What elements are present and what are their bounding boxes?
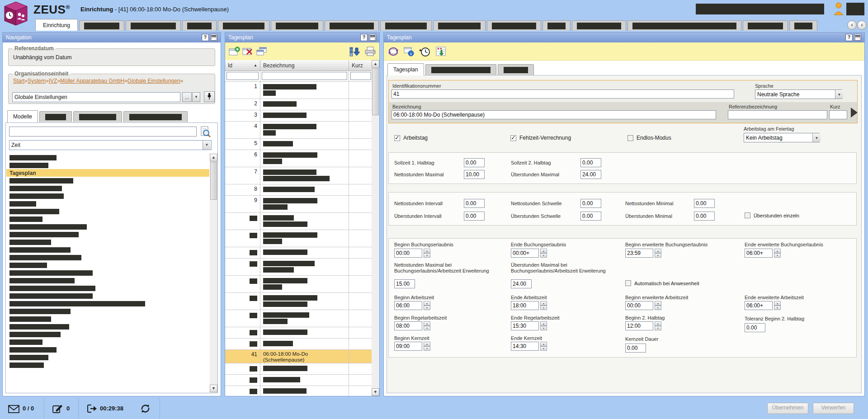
column-header-kurz[interactable]: Kurz: [349, 60, 373, 71]
sprache-select[interactable]: Neutrale Sprache ▼: [755, 89, 842, 99]
list-item[interactable]: [6, 207, 209, 215]
scroll-down-icon[interactable]: ▼: [210, 385, 217, 392]
window-icon[interactable]: [210, 34, 217, 41]
table-row[interactable]: 9: [225, 196, 373, 213]
tab-redacted[interactable]: [627, 20, 741, 31]
tab-modelle[interactable]: Modelle: [7, 110, 38, 122]
table-row[interactable]: [225, 363, 373, 375]
filter-bezeichnung-input[interactable]: [262, 72, 347, 80]
nettostunden-schwelle-input[interactable]: [580, 199, 601, 208]
list-item[interactable]: [6, 330, 209, 338]
nettostunden-minimal-input[interactable]: [694, 199, 715, 208]
spinner[interactable]: ▲▼: [424, 342, 430, 351]
spinner[interactable]: ▲▼: [540, 301, 547, 310]
export-button[interactable]: [348, 45, 362, 57]
list-item-tagesplan-selected[interactable]: Tagesplan: [6, 169, 209, 177]
beginn-erweiterte-arbeitszeit-input[interactable]: [625, 301, 653, 310]
list-item[interactable]: [6, 361, 209, 369]
edit-icon[interactable]: [52, 404, 63, 414]
scroll-down-icon[interactable]: ▼: [372, 388, 379, 396]
discard-button[interactable]: Verwerfen: [813, 403, 854, 414]
ueberstunden-minimal-input[interactable]: [694, 212, 715, 221]
tab-einrichtung[interactable]: Einrichtung: [35, 19, 78, 31]
apply-button[interactable]: Übernehmen: [767, 403, 808, 414]
table-row[interactable]: [225, 276, 373, 293]
list-item[interactable]: [6, 161, 209, 169]
copy-entry-button[interactable]: [255, 45, 269, 57]
chevron-down-icon[interactable]: ▼: [835, 90, 843, 99]
refresh-icon[interactable]: [140, 404, 151, 414]
nettostunden-maximal-input[interactable]: [464, 170, 485, 179]
checkbox-ueberstunden-einzeln[interactable]: Überstunden einzeln: [745, 212, 799, 218]
tab-scroll-left-button[interactable]: ‹: [847, 20, 857, 30]
list-item[interactable]: [6, 215, 209, 223]
checkbox-icon[interactable]: [625, 280, 631, 286]
beginn-kernzeit-input[interactable]: [394, 342, 422, 351]
ende-erweiterte-buchungserlaubnis-input[interactable]: [745, 249, 773, 258]
table-row[interactable]: [225, 375, 373, 386]
tab-redacted[interactable]: [542, 20, 571, 31]
breadcrumb-link[interactable]: Globale Einstellungen: [127, 78, 180, 84]
chevron-down-icon[interactable]: ▼: [203, 141, 211, 150]
transfer-button[interactable]: [387, 45, 400, 57]
list-item[interactable]: [6, 246, 209, 254]
checkbox-icon[interactable]: [627, 135, 633, 141]
logout-timer-icon[interactable]: [87, 404, 98, 413]
scroll-thumb[interactable]: [210, 162, 217, 200]
tab-redacted[interactable]: [433, 20, 486, 31]
help-icon[interactable]: ?: [360, 34, 368, 41]
table-row[interactable]: 8: [225, 184, 373, 196]
kernzeit-dauer-input[interactable]: [625, 344, 646, 353]
orgunit-browse-button[interactable]: ...: [182, 92, 192, 102]
list-item[interactable]: [6, 231, 209, 238]
list-item[interactable]: [6, 200, 209, 207]
sollzeit2-input[interactable]: [580, 158, 601, 167]
table-row[interactable]: [225, 293, 373, 310]
tab-scroll-right-button[interactable]: ›: [857, 20, 867, 30]
new-entry-button[interactable]: [228, 45, 241, 57]
beginn-buchungserlaubnis-input[interactable]: [394, 249, 422, 258]
tab-redacted[interactable]: [487, 20, 541, 31]
list-item[interactable]: [6, 269, 209, 277]
chevron-down-icon[interactable]: ▼: [812, 133, 821, 142]
sollzeit1-input[interactable]: [464, 158, 485, 167]
spinner[interactable]: ▲▼: [655, 321, 661, 330]
table-row-selected[interactable]: 4106:00-18:00 Mo-Do (Schwellenpause): [225, 350, 373, 363]
spinner[interactable]: ▲▼: [774, 301, 781, 310]
table-row[interactable]: 6: [225, 150, 373, 167]
ende-buchungserlaubnis-input[interactable]: [511, 249, 539, 258]
list-item[interactable]: [6, 277, 209, 284]
spinner[interactable]: ▲▼: [540, 342, 547, 351]
search-input[interactable]: [9, 127, 197, 137]
next-language-icon[interactable]: [851, 108, 858, 118]
threshold-chart-button[interactable]: [434, 45, 448, 57]
tab-redacted[interactable]: [123, 111, 188, 122]
list-item[interactable]: [6, 323, 209, 330]
list-item[interactable]: [6, 254, 209, 261]
redacted-button[interactable]: [846, 3, 864, 15]
help-icon[interactable]: ?: [202, 34, 209, 41]
table-row[interactable]: [225, 213, 373, 230]
checkbox-icon[interactable]: [745, 212, 750, 218]
list-item[interactable]: [6, 315, 209, 323]
nav-list-scrollbar[interactable]: ▲ ▼: [210, 154, 217, 392]
print-button[interactable]: [363, 45, 377, 57]
tab-redacted[interactable]: [325, 20, 379, 31]
spinner[interactable]: ▲▼: [540, 321, 547, 330]
mail-icon[interactable]: [8, 405, 19, 413]
list-item[interactable]: [6, 184, 209, 192]
table-row[interactable]: [225, 259, 373, 276]
list-item[interactable]: [6, 353, 209, 361]
checkbox-endlos-modus[interactable]: Endlos-Modus: [627, 135, 671, 141]
tab-redacted[interactable]: [425, 64, 496, 75]
tab-redacted[interactable]: [498, 64, 534, 75]
list-item[interactable]: [6, 238, 209, 246]
history-button[interactable]: [418, 45, 432, 57]
bezeichnung-input[interactable]: [392, 110, 716, 119]
spinner[interactable]: ▲▼: [424, 321, 430, 330]
referenzbezeichnung-input[interactable]: [728, 110, 827, 119]
tab-redacted[interactable]: [182, 20, 217, 31]
ende-erweiterte-arbeitszeit-input[interactable]: [745, 301, 773, 310]
beginn-erweiterte-buchungserlaubnis-input[interactable]: [625, 249, 653, 258]
table-row[interactable]: [225, 230, 373, 247]
